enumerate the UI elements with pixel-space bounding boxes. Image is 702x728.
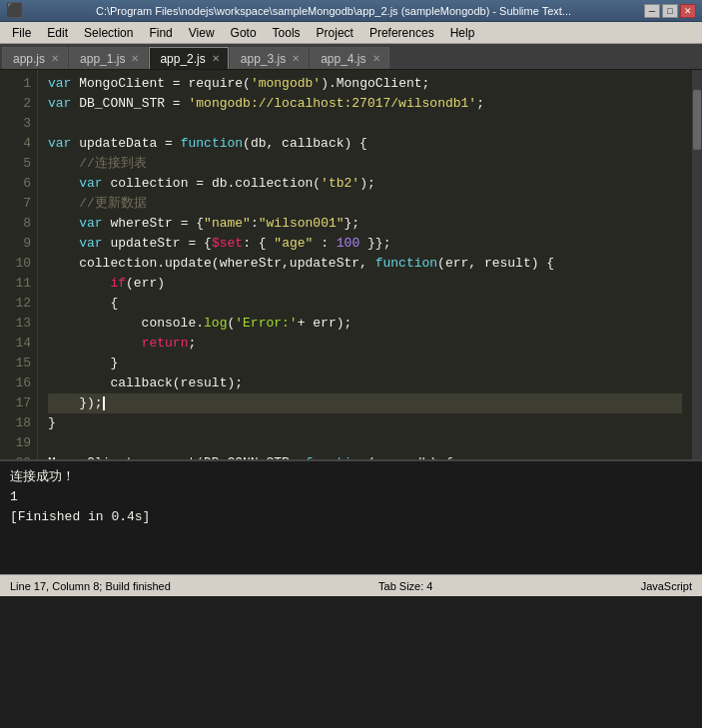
code-line-1: var MongoClient = require('mongodb').Mon… (48, 74, 682, 94)
code-line-7: //更新数据 (48, 194, 682, 214)
window-controls: ─ □ ✕ (644, 4, 696, 18)
app-icon: ⬛ (6, 2, 23, 19)
tab-close-icon[interactable]: ✕ (372, 54, 380, 64)
tab-app4-js[interactable]: app_4.js ✕ (310, 47, 388, 69)
menu-project[interactable]: Project (309, 24, 361, 42)
menu-find[interactable]: Find (141, 24, 180, 42)
menu-goto[interactable]: Goto (223, 24, 265, 42)
tab-label: app_4.js (321, 52, 365, 66)
code-line-16: callback(result); (48, 373, 682, 393)
code-line-5: //连接到表 (48, 154, 682, 174)
code-line-15: } (48, 354, 682, 373)
code-line-4: var updateData = function(db, callback) … (48, 134, 682, 154)
tab-app2-js[interactable]: app_2.js ✕ (149, 47, 228, 69)
code-line-11: if(err) (48, 274, 682, 294)
title-text: C:\Program Files\nodejs\workspace\sample… (23, 5, 644, 17)
output-line-3: [Finished in 0.4s] (10, 507, 692, 527)
tab-close-icon[interactable]: ✕ (292, 54, 300, 64)
code-line-12: { (48, 294, 682, 314)
menu-preferences[interactable]: Preferences (361, 24, 442, 42)
status-tabsize: Tab Size: 4 (378, 580, 432, 592)
tab-close-icon[interactable]: ✕ (212, 54, 220, 64)
code-line-19 (48, 433, 682, 453)
status-language: JavaScript (641, 580, 692, 592)
code-area[interactable]: var MongoClient = require('mongodb').Mon… (38, 70, 692, 459)
close-button[interactable]: ✕ (680, 4, 696, 18)
code-line-8: var whereStr = {"name":"wilson001"}; (48, 214, 682, 234)
tab-close-icon[interactable]: ✕ (51, 54, 59, 64)
editor-area[interactable]: 1 2 3 4 5 6 7 8 9 10 11 12 13 14 15 16 1… (0, 70, 702, 459)
menu-bar: File Edit Selection Find View Goto Tools… (0, 22, 702, 44)
code-line-17: }); (48, 393, 682, 413)
code-line-20: MongoClient.connect(DB_CONN_STR, functio… (48, 453, 682, 459)
code-line-2: var DB_CONN_STR = 'mongodb://localhost:2… (48, 94, 682, 114)
code-line-14: return; (48, 334, 682, 354)
code-line-3 (48, 114, 682, 134)
code-line-18: } (48, 413, 682, 433)
menu-edit[interactable]: Edit (39, 24, 76, 42)
scrollbar-thumb[interactable] (693, 90, 701, 150)
menu-help[interactable]: Help (442, 24, 483, 42)
code-line-13: console.log('Error:'+ err); (48, 314, 682, 334)
tab-label: app_3.js (241, 52, 286, 66)
tab-app-js[interactable]: app.js ✕ (2, 47, 68, 69)
status-left: Line 17, Column 8; Build finished (10, 580, 171, 592)
menu-tools[interactable]: Tools (265, 24, 309, 42)
tab-app3-js[interactable]: app_3.js ✕ (230, 47, 309, 69)
menu-file[interactable]: File (4, 24, 39, 42)
output-line-2: 1 (10, 487, 692, 507)
tab-bar: app.js ✕ app_1.js ✕ app_2.js ✕ app_3.js … (0, 44, 702, 70)
title-bar: ⬛ C:\Program Files\nodejs\workspace\samp… (0, 0, 702, 22)
menu-view[interactable]: View (181, 24, 223, 42)
output-panel: 连接成功！ 1 [Finished in 0.4s] (0, 459, 702, 574)
tab-label: app_1.js (80, 52, 125, 66)
code-line-6: var collection = db.collection('tb2'); (48, 174, 682, 194)
code-line-10: collection.update(whereStr,updateStr, fu… (48, 254, 682, 274)
tab-label: app.js (13, 52, 45, 66)
minimize-button[interactable]: ─ (644, 4, 660, 18)
tab-label: app_2.js (160, 52, 205, 66)
status-bar: Line 17, Column 8; Build finished Tab Si… (0, 574, 702, 596)
output-line-1: 连接成功！ (10, 467, 692, 487)
code-line-9: var updateStr = {$set: { "age" : 100 }}; (48, 234, 682, 254)
menu-selection[interactable]: Selection (76, 24, 141, 42)
maximize-button[interactable]: □ (662, 4, 678, 18)
line-numbers: 1 2 3 4 5 6 7 8 9 10 11 12 13 14 15 16 1… (0, 70, 38, 459)
tab-app1-js[interactable]: app_1.js ✕ (69, 47, 148, 69)
tab-close-icon[interactable]: ✕ (131, 54, 139, 64)
editor-scrollbar[interactable] (692, 70, 702, 459)
